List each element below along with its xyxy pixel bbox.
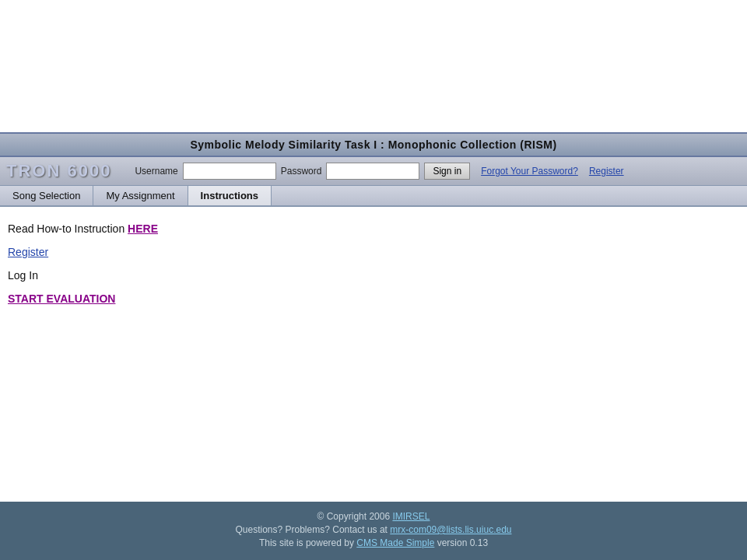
- register-link[interactable]: Register: [8, 246, 739, 258]
- header-bar: Symbolic Melody Similarity Task I : Mono…: [0, 132, 747, 157]
- read-instruction-line: Read How-to Instruction HERE: [8, 222, 739, 235]
- nav-bar: Song Selection My Assignment Instruction…: [0, 186, 747, 207]
- username-input[interactable]: [183, 163, 276, 180]
- logo-login-bar: TRON 6000 Username Password Sign in Forg…: [0, 157, 747, 186]
- username-label: Username: [135, 166, 177, 177]
- forgot-password-link[interactable]: Forgot Your Password?: [481, 166, 578, 177]
- header-title: Symbolic Melody Similarity Task I : Mono…: [190, 138, 556, 151]
- top-spacer: [0, 0, 747, 132]
- tab-my-assignment[interactable]: My Assignment: [93, 186, 188, 205]
- here-link[interactable]: HERE: [128, 222, 158, 235]
- start-evaluation-link[interactable]: START EVALUATION: [8, 292, 739, 305]
- password-label: Password: [281, 166, 322, 177]
- register-header-link[interactable]: Register: [589, 166, 624, 177]
- sign-in-button[interactable]: Sign in: [424, 163, 470, 180]
- logo: TRON 6000: [6, 161, 111, 181]
- tab-song-selection[interactable]: Song Selection: [0, 186, 93, 205]
- login-text: Log In: [8, 269, 739, 282]
- main-content: Read How-to Instruction HERE Register Lo…: [0, 207, 747, 362]
- login-section: Username Password Sign in Forgot Your Pa…: [135, 163, 623, 180]
- read-instruction-text: Read How-to Instruction: [8, 222, 128, 235]
- tab-instructions[interactable]: Instructions: [188, 186, 272, 205]
- password-input[interactable]: [326, 163, 419, 180]
